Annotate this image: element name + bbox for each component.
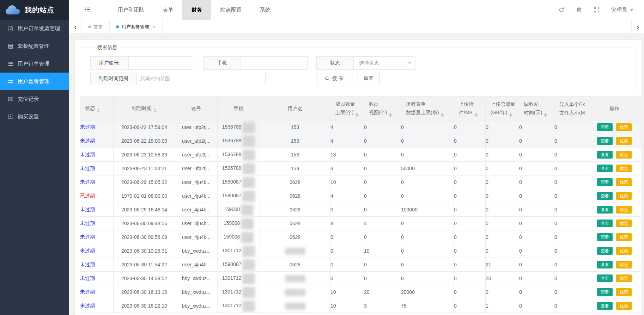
status-select[interactable]: -选择状态- xyxy=(353,56,415,70)
expire-time-cell: 2023-06-29 15:05:32 xyxy=(114,175,175,189)
status-link[interactable]: 未过期 xyxy=(80,303,95,308)
status-link[interactable]: 已过期 xyxy=(80,193,95,198)
discount-button[interactable]: 优惠 xyxy=(616,178,632,186)
topnav-item-1[interactable]: 用户和团队 xyxy=(109,0,153,20)
account-cell: user_4ju4b... xyxy=(175,203,218,217)
view-button[interactable]: 查看 xyxy=(597,302,613,310)
page-tab-1[interactable]: 首页 xyxy=(82,20,110,33)
column-header-7[interactable]: 数据视图(个) xyxy=(364,97,401,121)
sidebar-item-3[interactable]: 用户订单管理 xyxy=(0,55,69,73)
sort-icon[interactable] xyxy=(544,113,547,117)
admin-dropdown[interactable]: 管理员 xyxy=(611,7,633,13)
column-header-8[interactable]: 所有表单数据量上限(条) xyxy=(401,97,454,121)
status-link[interactable]: 未过期 xyxy=(80,138,95,143)
discount-button[interactable]: 优惠 xyxy=(616,261,632,268)
sidebar-item-2[interactable]: 套餐配置管理 xyxy=(0,37,69,55)
status-link[interactable]: 未过期 xyxy=(80,179,95,185)
column-header-6[interactable]: 成员数量上限(个) xyxy=(330,97,364,121)
discount-button[interactable]: 优惠 xyxy=(616,302,632,310)
view-button[interactable]: 查看 xyxy=(597,137,613,145)
masked-phone-blur xyxy=(242,259,255,271)
tab-dot-icon xyxy=(88,25,91,28)
column-header-11[interactable]: 回收站时间(天) xyxy=(519,97,554,121)
phone-input[interactable] xyxy=(241,56,308,70)
sidebar-item-1[interactable]: 用户订单发票管理 xyxy=(0,20,69,37)
account-cell: user_ufp2tj... xyxy=(175,148,218,162)
topnav-item-5[interactable]: 系统 xyxy=(251,0,280,20)
view-button[interactable]: 查看 xyxy=(597,274,613,282)
sort-icon[interactable] xyxy=(154,109,157,113)
view-button[interactable]: 查看 xyxy=(597,220,613,227)
view-button[interactable]: 查看 xyxy=(597,192,613,200)
discount-button[interactable]: 优惠 xyxy=(616,247,632,255)
view-button[interactable]: 查看 xyxy=(597,206,613,214)
masked-username-blur xyxy=(285,248,305,255)
sort-icon[interactable] xyxy=(509,113,512,117)
discount-button[interactable]: 优惠 xyxy=(616,233,632,241)
reset-button[interactable]: 重置 xyxy=(358,72,379,85)
view-button[interactable]: 查看 xyxy=(597,247,613,255)
sort-icon[interactable] xyxy=(441,113,444,117)
view-button[interactable]: 查看 xyxy=(597,123,613,131)
discount-button[interactable]: 优惠 xyxy=(616,165,632,172)
topnav-item-3[interactable]: 财务 xyxy=(182,0,211,20)
view-button[interactable]: 查看 xyxy=(597,261,613,268)
actions-cell: 查看优惠 xyxy=(587,162,642,175)
phone-cell: 1536788 xyxy=(218,121,260,134)
account-cell: user_ufp2tj... xyxy=(175,134,218,148)
sidebar-item-5[interactable]: 充值记录 xyxy=(0,90,69,108)
tabs-scroll-left-icon[interactable]: ‹ xyxy=(69,20,82,33)
expire-time-cell: 2023-06-23 10:58:39 xyxy=(114,148,175,162)
close-tab-icon[interactable]: × xyxy=(153,24,156,30)
sidebar-item-6[interactable]: 购买设置 xyxy=(0,108,69,125)
table-row-3: 未过期2023-06-23 10:58:39user_ufp2tj...1536… xyxy=(80,148,642,162)
column-header-10[interactable]: 上传总流量(GB/年) xyxy=(486,97,519,121)
status-link[interactable]: 未过期 xyxy=(80,234,95,240)
status-link[interactable]: 未过期 xyxy=(80,275,95,281)
sort-icon[interactable] xyxy=(389,113,392,117)
sort-icon[interactable] xyxy=(475,113,478,117)
discount-button[interactable]: 优惠 xyxy=(616,288,632,296)
discount-button[interactable]: 优惠 xyxy=(616,123,632,131)
value-cell-5: 20 xyxy=(486,272,519,285)
view-button[interactable]: 查看 xyxy=(597,178,613,186)
view-button[interactable]: 查看 xyxy=(597,165,613,172)
status-link[interactable]: 未过期 xyxy=(80,220,95,226)
status-link[interactable]: 未过期 xyxy=(80,165,95,171)
discount-button[interactable]: 优惠 xyxy=(616,274,632,282)
value-cell-7: 0 xyxy=(554,175,587,189)
tabs-scroll-right-icon[interactable]: › xyxy=(631,20,644,33)
status-link[interactable]: 未过期 xyxy=(80,206,95,212)
sort-icon[interactable] xyxy=(356,113,358,117)
view-button[interactable]: 查看 xyxy=(597,151,613,159)
account-input[interactable] xyxy=(128,56,193,70)
search-button[interactable]: 搜 索 xyxy=(317,72,351,85)
discount-button[interactable]: 优惠 xyxy=(616,137,632,145)
discount-button[interactable]: 优惠 xyxy=(616,220,632,227)
fullscreen-icon[interactable] xyxy=(594,7,600,13)
value-cell-7: 0 xyxy=(554,148,587,162)
discount-button[interactable]: 优惠 xyxy=(616,192,632,200)
column-header-1[interactable]: 状态 xyxy=(80,97,114,121)
refresh-icon[interactable] xyxy=(558,7,565,13)
view-button[interactable]: 查看 xyxy=(597,288,613,296)
status-link[interactable]: 未过期 xyxy=(80,289,95,295)
collapse-menu-icon[interactable] xyxy=(84,6,92,14)
sort-icon[interactable] xyxy=(97,109,100,113)
page-tab-2[interactable]: 用户套餐管理× xyxy=(110,20,163,33)
discount-button[interactable]: 优惠 xyxy=(616,206,632,214)
discount-button[interactable]: 优惠 xyxy=(616,151,632,159)
trash-icon[interactable] xyxy=(576,7,582,13)
status-link[interactable]: 未过期 xyxy=(80,261,95,267)
sidebar-item-4[interactable]: 用户套餐管理 xyxy=(0,73,69,90)
account-cell: bby_xwduz... xyxy=(175,299,218,313)
column-header-9[interactable]: 上传附件/MB xyxy=(454,97,486,121)
status-link[interactable]: 未过期 xyxy=(80,152,95,157)
date-range-input[interactable] xyxy=(136,72,266,85)
status-link[interactable]: 未过期 xyxy=(80,248,95,253)
topnav-item-2[interactable]: 表单 xyxy=(153,0,182,20)
view-button[interactable]: 查看 xyxy=(597,233,613,241)
topnav-item-4[interactable]: 站点配置 xyxy=(211,0,251,20)
column-header-2[interactable]: 到期时间 xyxy=(114,97,175,121)
status-link[interactable]: 未过期 xyxy=(80,124,95,130)
